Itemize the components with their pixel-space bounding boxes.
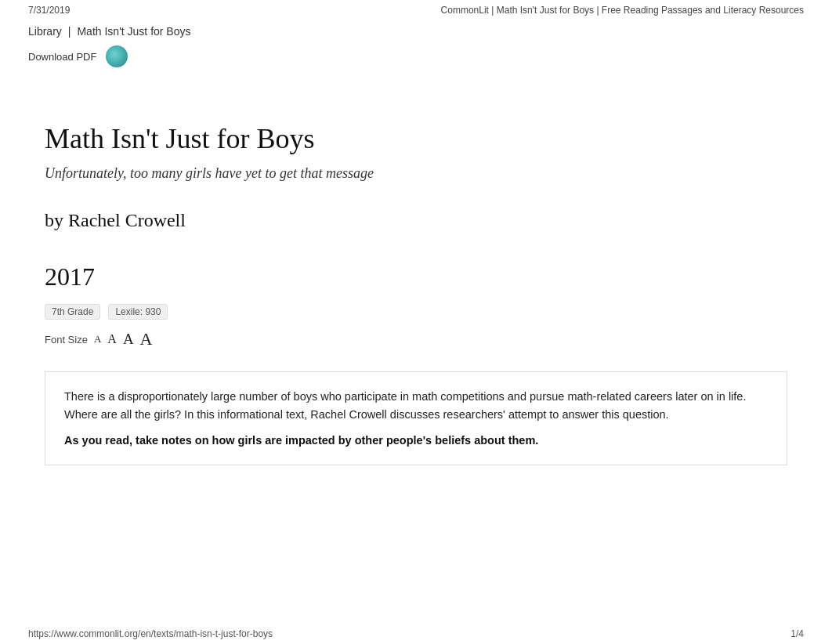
font-size-medium[interactable]: A <box>107 332 117 346</box>
nav-separator: | <box>68 25 71 38</box>
bottom-bar: https://www.commonlit.org/en/texts/math-… <box>0 624 832 644</box>
top-bar-date: 7/31/2019 <box>28 5 70 16</box>
font-size-xlarge[interactable]: A <box>140 329 153 349</box>
article-subtitle: Unfortunately, too many girls have yet t… <box>45 165 787 182</box>
top-bar-page-title: CommonLit | Math Isn't Just for Boys | F… <box>441 5 804 16</box>
summary-text: There is a disproportionately large numb… <box>64 388 768 424</box>
page-url: https://www.commonlit.org/en/texts/math-… <box>28 628 273 639</box>
article-author: by Rachel Crowell <box>45 210 787 231</box>
lexile-badge: Lexile: 930 <box>108 304 168 320</box>
article-title: Math Isn't Just for Boys <box>45 122 787 156</box>
nav-current-page: Math Isn't Just for Boys <box>77 25 190 38</box>
main-content: Math Isn't Just for Boys Unfortunately, … <box>0 75 832 512</box>
font-size-small[interactable]: A <box>94 333 101 346</box>
font-size-large[interactable]: A <box>123 331 134 348</box>
font-size-row: Font Size A A A A <box>45 329 787 349</box>
download-bar: Download PDF <box>0 42 832 75</box>
reading-note: As you read, take notes on how girls are… <box>64 432 768 450</box>
meta-badges: 7th Grade Lexile: 930 <box>45 304 787 320</box>
font-size-label: Font Size <box>45 334 88 346</box>
grade-badge: 7th Grade <box>45 304 100 320</box>
download-pdf-button[interactable]: Download PDF <box>28 51 96 63</box>
article-year: 2017 <box>45 262 787 291</box>
page-number: 1/4 <box>790 628 804 639</box>
nav-bar: Library | Math Isn't Just for Boys <box>0 20 832 42</box>
loading-spinner <box>106 45 128 67</box>
top-bar: 7/31/2019 CommonLit | Math Isn't Just fo… <box>0 0 832 20</box>
summary-box: There is a disproportionately large numb… <box>45 371 787 465</box>
nav-library-link[interactable]: Library <box>28 25 62 38</box>
